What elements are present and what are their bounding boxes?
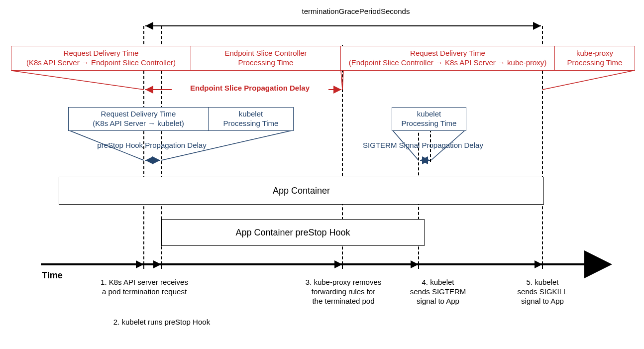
blue-box-3-l2: Processing Time [402, 119, 457, 127]
event-5: 5. kubeletsends SIGKILLsignal to App [503, 278, 582, 306]
blue-box-2: kubeletProcessing Time [208, 107, 294, 131]
red-box-2: Endpoint Slice ControllerProcessing Time [191, 46, 341, 71]
red-box-3: Request Delivery Time(Endpoint Slice Con… [340, 46, 555, 71]
red-box-4-l1: kube-proxy [576, 49, 613, 57]
time-axis-label: Time [42, 270, 63, 281]
blue-span-2-label: SIGTERM Signal Propagation Delay [348, 141, 498, 150]
red-box-4: kube-proxyProcessing Time [554, 46, 635, 71]
event-1: 1. K8s API server receivesa pod terminat… [75, 278, 214, 297]
app-container-box: App Container [59, 177, 544, 205]
blue-box-3-l1: kubelet [417, 110, 441, 118]
event-2: 2. kubelet runs preStop Hook [80, 318, 244, 327]
blue-span-1-label: preStop Hook Propagation Delay [85, 141, 219, 150]
blue-box-2-l2: Processing Time [223, 119, 279, 127]
red-box-1: Request Delivery Time(K8s API Server → E… [11, 46, 191, 71]
grace-period-label: terminationGracePeriodSeconds [269, 7, 443, 16]
red-box-3-l1: Request Delivery Time [410, 49, 485, 57]
blue-box-3: kubeletProcessing Time [392, 107, 466, 131]
event-3: 3. kube-proxy removesforwarding rules fo… [289, 278, 398, 306]
red-box-1-l1: Request Delivery Time [64, 49, 139, 57]
blue-box-1: Request Delivery Time(K8s API Server → k… [68, 107, 209, 131]
prestop-hook-label: App Container preStop Hook [235, 227, 350, 238]
svg-line-1 [12, 71, 144, 90]
red-box-3-l2: (Endpoint Slice Controller → K8s API Ser… [349, 58, 547, 67]
red-box-4-l2: Processing Time [567, 58, 623, 67]
blue-box-1-l1: Request Delivery Time [101, 110, 176, 118]
svg-line-4 [542, 71, 633, 90]
red-box-2-l2: Processing Time [238, 58, 294, 67]
red-span-label: Endpoint Slice Propagation Delay [172, 84, 327, 93]
blue-box-2-l1: kubelet [239, 110, 263, 118]
red-box-1-l2: (K8s API Server → Endpoint Slice Control… [26, 58, 176, 67]
blue-box-1-l2: (K8s API Server → kubelet) [93, 119, 184, 127]
event-4: 4. kubeletsends SIGTERMsignal to App [393, 278, 483, 306]
prestop-hook-box: App Container preStop Hook [161, 219, 425, 246]
red-box-2-l1: Endpoint Slice Controller [224, 49, 307, 57]
app-container-label: App Container [273, 185, 330, 197]
